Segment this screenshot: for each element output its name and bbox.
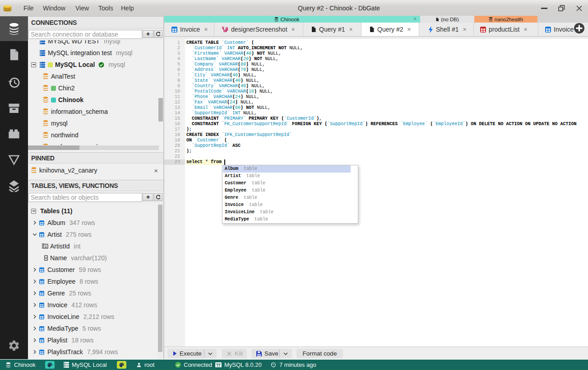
svg-text:1: 1 xyxy=(45,244,47,248)
